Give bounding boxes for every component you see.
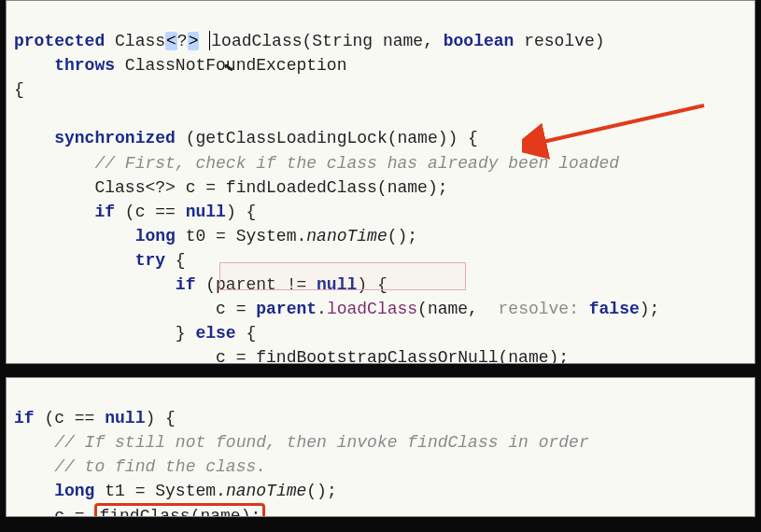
close-paren-brace-2: ) { <box>357 275 387 294</box>
kw-long-2: long <box>54 482 94 500</box>
kw-try: try <box>135 251 165 270</box>
wildcard: ? <box>177 32 188 50</box>
if-c-null-2: (c == <box>35 409 106 427</box>
code-panel-top[interactable]: protected Class<?> loadClass(String name… <box>6 0 755 364</box>
nanoTime-tail-1: (); <box>388 227 417 245</box>
parent-load-lead: c = <box>216 300 256 318</box>
close-paren-brace-3: ) { <box>145 409 175 427</box>
sig-params-1: (String name, <box>303 32 444 50</box>
try-brace: { <box>165 251 186 270</box>
bootstrap-line: c = findBootstrapClassOrNull(name); <box>216 348 569 364</box>
svg-line-0 <box>539 105 704 143</box>
nanoTime-2: nanoTime <box>226 482 306 500</box>
angle-open-highlight: < <box>165 32 177 50</box>
dot: . <box>317 300 327 318</box>
close-brace-inner: } <box>176 324 186 343</box>
nanoTime-1: nanoTime <box>306 227 387 245</box>
throws-type: ClassNotFoundException <box>115 56 346 75</box>
kw-synchronized: synchronized <box>54 129 176 147</box>
annotation-red-arrow-icon <box>522 94 727 160</box>
loadClass-word: loadClass <box>327 300 417 318</box>
findClass-call: findClass(name); <box>99 507 261 517</box>
comment-first-check: // First, check if the class has already… <box>94 154 619 173</box>
if-c-null: (c == <box>115 203 186 221</box>
else-brace: { <box>236 324 257 343</box>
parent-load-args-1: (name, <box>417 300 498 318</box>
kw-protected: protected <box>14 32 105 50</box>
type-class: Class <box>115 32 165 50</box>
param-hint-resolve: resolve: <box>499 300 579 318</box>
t1-decl: t1 = System. <box>94 482 225 500</box>
comment-still-not-found-1: // If still not found, then invoke findC… <box>54 433 589 452</box>
kw-if-1: if <box>94 203 115 221</box>
kw-null-3: null <box>105 409 145 427</box>
sig-params-2: resolve) <box>514 32 604 50</box>
angle-close-highlight: > <box>188 32 200 50</box>
kw-null-1: null <box>186 203 226 221</box>
decl-c: Class<?> c = findLoadedClass(name); <box>94 178 447 197</box>
parent-load-args-2 <box>579 300 589 318</box>
kw-long-1: long <box>135 227 176 245</box>
open-brace: { <box>14 80 24 99</box>
nanoTime-tail-2: (); <box>306 482 336 500</box>
t0-decl: t0 = System. <box>176 227 306 245</box>
assign-lead: c = <box>54 507 94 517</box>
if-parent: (parent != <box>195 275 317 294</box>
parent-load-args-3: ); <box>640 300 660 318</box>
kw-if-2: if <box>176 275 196 294</box>
method-loadClass: loadClass <box>211 32 302 50</box>
kw-boolean: boolean <box>444 32 514 50</box>
space <box>105 32 115 50</box>
annotation-red-box: findClass(name); <box>94 503 265 517</box>
sync-call: (getClassLoadingLock(name)) { <box>176 129 478 147</box>
kw-false: false <box>589 300 640 318</box>
kw-else: else <box>195 324 235 343</box>
close-paren-brace-1: ) { <box>226 203 256 221</box>
space <box>199 32 209 50</box>
kw-null-2: null <box>317 275 357 294</box>
parent-word: parent <box>256 300 317 318</box>
code-panel-bottom[interactable]: if (c == null) { // If still not found, … <box>6 377 755 517</box>
comment-still-not-found-2: // to find the class. <box>54 457 266 476</box>
kw-throws: throws <box>54 56 115 75</box>
kw-if-3: if <box>14 409 35 427</box>
